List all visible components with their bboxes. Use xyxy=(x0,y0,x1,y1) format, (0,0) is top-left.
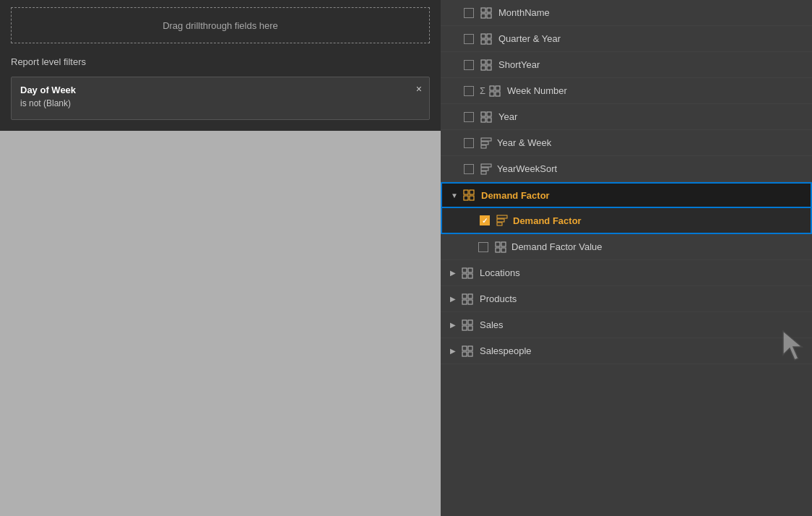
field-row-demand-factor-item[interactable]: Demand Factor xyxy=(441,208,812,234)
sort-icon-year-week-sort xyxy=(480,163,493,176)
svg-rect-49 xyxy=(462,346,467,351)
svg-rect-51 xyxy=(462,352,467,356)
svg-rect-5 xyxy=(487,34,491,38)
checkbox-year[interactable] xyxy=(464,112,474,122)
svg-rect-31 xyxy=(497,219,504,222)
svg-rect-0 xyxy=(481,8,485,12)
svg-rect-26 xyxy=(464,190,468,194)
svg-rect-24 xyxy=(481,168,488,171)
field-label-products: Products xyxy=(480,293,805,304)
report-level-filters-label: Report level filters xyxy=(0,51,441,73)
field-row-salespeople[interactable]: ▶ Salespeople xyxy=(441,338,812,364)
table-icon-demand-factor-group xyxy=(462,189,475,202)
field-row-locations[interactable]: ▶ Locations xyxy=(441,260,812,286)
fields-panel: MonthName Quarter & Year ShortYear xyxy=(441,0,812,516)
svg-rect-50 xyxy=(468,346,472,351)
expand-arrow-sales[interactable]: ▶ xyxy=(448,320,458,330)
svg-rect-36 xyxy=(501,248,506,252)
field-label-week-number: Week Number xyxy=(507,85,805,96)
table-icon-short-year xyxy=(480,59,493,72)
table-icon-quarter-year xyxy=(480,33,493,46)
grey-area xyxy=(0,131,441,516)
svg-rect-33 xyxy=(496,242,500,246)
field-label-month-name: MonthName xyxy=(498,7,805,18)
field-label-quarter-year: Quarter & Year xyxy=(498,33,805,44)
svg-rect-23 xyxy=(481,164,491,167)
filter-card-close-button[interactable]: × xyxy=(416,83,422,95)
svg-rect-40 xyxy=(468,274,472,278)
field-label-sales: Sales xyxy=(480,319,805,330)
sum-icon-week-number: Σ xyxy=(480,85,485,96)
table-icon-demand-factor-value xyxy=(494,241,507,254)
field-row-sales[interactable]: ▶ Sales xyxy=(441,312,812,338)
svg-rect-52 xyxy=(468,352,472,356)
svg-rect-44 xyxy=(468,300,472,304)
checkbox-demand-factor-value[interactable] xyxy=(478,242,488,252)
svg-rect-27 xyxy=(470,190,474,194)
filter-card-title: Day of Week xyxy=(20,85,420,95)
field-label-locations: Locations xyxy=(480,267,805,278)
checkbox-year-week-sort[interactable] xyxy=(464,164,474,174)
field-row-month-name[interactable]: MonthName xyxy=(441,0,812,26)
table-icon-products xyxy=(461,293,474,306)
table-icon-year xyxy=(480,111,493,124)
expand-arrow-products[interactable]: ▶ xyxy=(448,294,458,304)
field-row-year[interactable]: Year xyxy=(441,104,812,130)
svg-rect-8 xyxy=(481,60,485,64)
svg-rect-48 xyxy=(468,326,472,330)
expand-arrow-demand-factor[interactable]: ▼ xyxy=(449,190,459,200)
drillthrough-area[interactable]: Drag drillthrough fields here xyxy=(11,7,430,43)
svg-rect-17 xyxy=(487,112,491,116)
svg-rect-37 xyxy=(462,268,467,272)
field-label-year-week: Year & Week xyxy=(497,137,805,148)
field-row-quarter-year[interactable]: Quarter & Year xyxy=(441,26,812,52)
field-row-demand-factor-group[interactable]: ▼ Demand Factor xyxy=(441,182,812,208)
checkbox-year-week[interactable] xyxy=(464,138,474,148)
svg-rect-46 xyxy=(468,320,472,324)
field-row-week-number[interactable]: Σ Week Number xyxy=(441,78,812,104)
svg-rect-28 xyxy=(464,196,468,200)
svg-rect-21 xyxy=(481,142,488,145)
field-label-demand-factor-item: Demand Factor xyxy=(513,215,803,226)
checkbox-quarter-year[interactable] xyxy=(464,34,474,44)
sort-icon-demand-factor-item xyxy=(496,214,509,227)
expand-arrow-locations[interactable]: ▶ xyxy=(448,268,458,278)
svg-rect-10 xyxy=(481,66,485,70)
field-label-year: Year xyxy=(498,111,805,122)
checkbox-short-year[interactable] xyxy=(464,60,474,70)
svg-rect-25 xyxy=(481,171,486,174)
svg-rect-12 xyxy=(490,86,494,90)
table-icon-salespeople xyxy=(461,345,474,358)
svg-rect-39 xyxy=(462,274,467,278)
field-row-short-year[interactable]: ShortYear xyxy=(441,52,812,78)
sort-icon-year-week xyxy=(480,137,493,150)
svg-rect-29 xyxy=(470,196,474,200)
svg-rect-18 xyxy=(481,118,485,122)
svg-rect-43 xyxy=(462,300,467,304)
svg-rect-3 xyxy=(487,14,491,18)
svg-rect-1 xyxy=(487,8,491,12)
table-icon-sales xyxy=(461,319,474,332)
svg-rect-15 xyxy=(496,92,500,96)
checkbox-week-number[interactable] xyxy=(464,86,474,96)
cursor-overlay xyxy=(776,327,812,364)
left-panel: Drag drillthrough fields here Report lev… xyxy=(0,0,441,516)
svg-rect-11 xyxy=(487,66,491,70)
field-row-year-week-sort[interactable]: YearWeekSort xyxy=(441,156,812,182)
svg-rect-13 xyxy=(496,86,500,90)
table-icon-week-number xyxy=(488,85,501,98)
svg-rect-14 xyxy=(490,92,494,96)
checkbox-demand-factor-item[interactable] xyxy=(480,215,490,225)
svg-rect-19 xyxy=(487,118,491,122)
svg-rect-30 xyxy=(497,215,507,218)
field-row-year-week[interactable]: Year & Week xyxy=(441,130,812,156)
filter-card: Day of Week is not (Blank) × xyxy=(11,77,430,120)
svg-rect-20 xyxy=(481,138,491,141)
svg-rect-35 xyxy=(496,248,500,252)
checkbox-month-name[interactable] xyxy=(464,8,474,18)
table-icon-month-name xyxy=(480,7,493,20)
field-label-year-week-sort: YearWeekSort xyxy=(497,163,805,174)
field-row-demand-factor-value[interactable]: Demand Factor Value xyxy=(441,234,812,260)
field-row-products[interactable]: ▶ Products xyxy=(441,286,812,312)
expand-arrow-salespeople[interactable]: ▶ xyxy=(448,346,458,356)
